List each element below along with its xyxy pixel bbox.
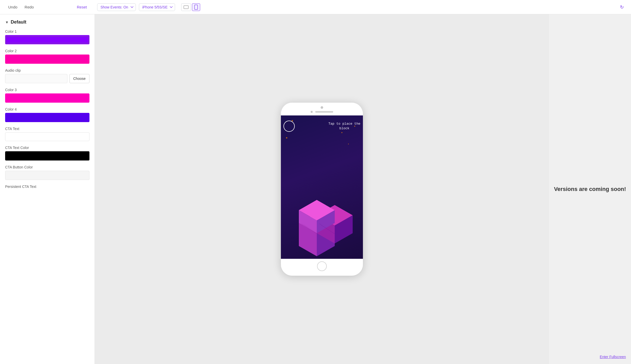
left-panel: ▼ Default Color 1 Color 2 Audio clip Cho… bbox=[0, 14, 95, 364]
phone-speaker bbox=[315, 111, 333, 113]
color3-swatch[interactable] bbox=[5, 93, 89, 103]
toolbar: Undo Redo Reset Show Events: On iPhone 5… bbox=[0, 0, 631, 14]
cta-text-color-field: CTA Text Color bbox=[5, 146, 89, 160]
versions-text: Versions are coming soon! bbox=[554, 186, 626, 192]
color3-label: Color 3 bbox=[5, 88, 89, 92]
collapse-icon[interactable]: ▼ bbox=[5, 20, 9, 24]
phone-camera bbox=[321, 106, 323, 109]
show-events-select[interactable]: Show Events: On bbox=[97, 3, 136, 11]
portrait-icon bbox=[194, 5, 198, 10]
landscape-icon bbox=[184, 5, 189, 9]
dot-2 bbox=[354, 126, 355, 127]
toolbar-right: ↻ bbox=[618, 2, 626, 12]
persistent-cta-field: Persistent CTA Text bbox=[5, 185, 89, 189]
screen-content: Tap to place the block bbox=[281, 115, 363, 259]
svg-rect-1 bbox=[195, 5, 198, 9]
audio-clip-label: Audio clip bbox=[5, 68, 89, 72]
center-preview: Tap to place the block bbox=[95, 14, 549, 364]
refresh-button[interactable]: ↻ bbox=[618, 2, 626, 12]
cta-button-color-label: CTA Button Color bbox=[5, 165, 89, 169]
section-title: Default bbox=[11, 19, 26, 25]
color3-field: Color 3 bbox=[5, 88, 89, 103]
main-layout: ▼ Default Color 1 Color 2 Audio clip Cho… bbox=[0, 14, 631, 364]
audio-clip-input[interactable] bbox=[5, 74, 67, 83]
landscape-view-button[interactable] bbox=[181, 3, 191, 11]
color1-swatch[interactable] bbox=[5, 35, 89, 44]
color2-swatch[interactable] bbox=[5, 55, 89, 64]
color4-swatch[interactable] bbox=[5, 113, 89, 122]
right-panel: Versions are coming soon! Enter Fullscre… bbox=[549, 14, 631, 364]
portrait-view-button[interactable] bbox=[192, 3, 200, 11]
redo-button[interactable]: Redo bbox=[22, 3, 37, 11]
svg-rect-0 bbox=[184, 6, 188, 9]
color4-label: Color 4 bbox=[5, 107, 89, 111]
cta-text-label: CTA Text bbox=[5, 127, 89, 131]
refresh-icon: ↻ bbox=[620, 5, 624, 10]
cta-text-color-swatch[interactable] bbox=[5, 151, 89, 160]
phone-screen: Tap to place the block bbox=[281, 115, 363, 259]
phone-frame: Tap to place the block bbox=[281, 103, 363, 276]
dot-5 bbox=[341, 132, 342, 133]
audio-clip-field: Audio clip Choose bbox=[5, 68, 89, 83]
score-circle bbox=[283, 121, 295, 132]
device-select[interactable]: iPhone 5/5S/SE bbox=[139, 3, 175, 11]
audio-row: Choose bbox=[5, 74, 89, 83]
screen-top-row: Tap to place the block bbox=[283, 121, 360, 132]
color1-label: Color 1 bbox=[5, 29, 89, 34]
cta-text-color-label: CTA Text Color bbox=[5, 146, 89, 150]
cta-button-color-swatch[interactable] bbox=[5, 171, 89, 180]
toolbar-center: Show Events: On iPhone 5/5S/SE bbox=[97, 3, 200, 11]
color2-label: Color 2 bbox=[5, 49, 89, 53]
color4-field: Color 4 bbox=[5, 107, 89, 122]
cta-text-input[interactable]: TRY AGAIN bbox=[5, 132, 89, 141]
color1-field: Color 1 bbox=[5, 29, 89, 44]
phone-speaker-row bbox=[311, 111, 333, 113]
color2-field: Color 2 bbox=[5, 49, 89, 64]
isometric-blocks-svg bbox=[283, 190, 360, 256]
dot-1 bbox=[292, 120, 293, 121]
phone-front-camera bbox=[311, 111, 313, 113]
toolbar-left: Undo Redo Reset bbox=[5, 3, 90, 11]
cta-text-field: CTA Text TRY AGAIN bbox=[5, 127, 89, 141]
blocks-area bbox=[283, 137, 360, 256]
undo-button[interactable]: Undo bbox=[5, 3, 21, 11]
dot-4 bbox=[348, 144, 349, 144]
tap-instruction: Tap to place the block bbox=[328, 122, 360, 131]
reset-button[interactable]: Reset bbox=[74, 3, 90, 11]
cta-button-color-field: CTA Button Color bbox=[5, 165, 89, 180]
device-view-toggle bbox=[181, 3, 200, 11]
phone-bottom bbox=[281, 259, 363, 276]
enter-fullscreen-button[interactable]: Enter Fullscreen bbox=[600, 355, 626, 359]
section-header: ▼ Default bbox=[5, 19, 89, 25]
choose-button[interactable]: Choose bbox=[69, 74, 89, 83]
persistent-cta-label: Persistent CTA Text bbox=[5, 185, 89, 189]
phone-top bbox=[281, 103, 363, 115]
phone-home-button[interactable] bbox=[317, 261, 327, 271]
dot-3 bbox=[286, 137, 287, 138]
